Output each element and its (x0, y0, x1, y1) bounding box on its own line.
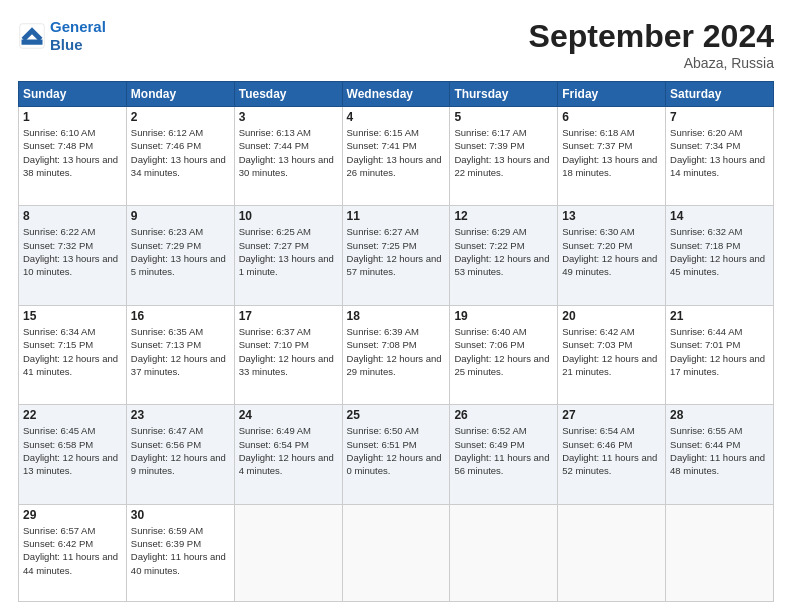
cell-text: Sunrise: 6:55 AMSunset: 6:44 PMDaylight:… (670, 424, 769, 477)
calendar-cell: 6Sunrise: 6:18 AMSunset: 7:37 PMDaylight… (558, 107, 666, 206)
day-number: 26 (454, 408, 553, 422)
calendar-cell (342, 504, 450, 601)
calendar-cell: 25Sunrise: 6:50 AMSunset: 6:51 PMDayligh… (342, 405, 450, 504)
calendar-cell: 24Sunrise: 6:49 AMSunset: 6:54 PMDayligh… (234, 405, 342, 504)
cell-text: Sunrise: 6:34 AMSunset: 7:15 PMDaylight:… (23, 325, 122, 378)
cell-text: Sunrise: 6:39 AMSunset: 7:08 PMDaylight:… (347, 325, 446, 378)
day-number: 22 (23, 408, 122, 422)
calendar-cell: 10Sunrise: 6:25 AMSunset: 7:27 PMDayligh… (234, 206, 342, 305)
calendar-cell: 13Sunrise: 6:30 AMSunset: 7:20 PMDayligh… (558, 206, 666, 305)
day-number: 17 (239, 309, 338, 323)
calendar-cell (558, 504, 666, 601)
day-number: 5 (454, 110, 553, 124)
calendar-cell (666, 504, 774, 601)
calendar-cell: 5Sunrise: 6:17 AMSunset: 7:39 PMDaylight… (450, 107, 558, 206)
calendar-cell: 26Sunrise: 6:52 AMSunset: 6:49 PMDayligh… (450, 405, 558, 504)
calendar-cell: 19Sunrise: 6:40 AMSunset: 7:06 PMDayligh… (450, 305, 558, 404)
day-number: 14 (670, 209, 769, 223)
calendar-cell: 15Sunrise: 6:34 AMSunset: 7:15 PMDayligh… (19, 305, 127, 404)
day-number: 12 (454, 209, 553, 223)
day-number: 9 (131, 209, 230, 223)
calendar-cell: 23Sunrise: 6:47 AMSunset: 6:56 PMDayligh… (126, 405, 234, 504)
cell-text: Sunrise: 6:57 AMSunset: 6:42 PMDaylight:… (23, 524, 122, 577)
cell-text: Sunrise: 6:18 AMSunset: 7:37 PMDaylight:… (562, 126, 661, 179)
month-title: September 2024 (529, 18, 774, 55)
calendar-cell: 8Sunrise: 6:22 AMSunset: 7:32 PMDaylight… (19, 206, 127, 305)
cell-text: Sunrise: 6:32 AMSunset: 7:18 PMDaylight:… (670, 225, 769, 278)
calendar-cell: 12Sunrise: 6:29 AMSunset: 7:22 PMDayligh… (450, 206, 558, 305)
calendar-cell: 28Sunrise: 6:55 AMSunset: 6:44 PMDayligh… (666, 405, 774, 504)
cell-text: Sunrise: 6:17 AMSunset: 7:39 PMDaylight:… (454, 126, 553, 179)
calendar-cell (234, 504, 342, 601)
day-number: 7 (670, 110, 769, 124)
calendar-cell: 3Sunrise: 6:13 AMSunset: 7:44 PMDaylight… (234, 107, 342, 206)
cell-text: Sunrise: 6:29 AMSunset: 7:22 PMDaylight:… (454, 225, 553, 278)
cell-text: Sunrise: 6:47 AMSunset: 6:56 PMDaylight:… (131, 424, 230, 477)
day-number: 15 (23, 309, 122, 323)
cell-text: Sunrise: 6:59 AMSunset: 6:39 PMDaylight:… (131, 524, 230, 577)
day-number: 8 (23, 209, 122, 223)
cell-text: Sunrise: 6:54 AMSunset: 6:46 PMDaylight:… (562, 424, 661, 477)
cell-text: Sunrise: 6:49 AMSunset: 6:54 PMDaylight:… (239, 424, 338, 477)
cell-text: Sunrise: 6:45 AMSunset: 6:58 PMDaylight:… (23, 424, 122, 477)
calendar-cell: 18Sunrise: 6:39 AMSunset: 7:08 PMDayligh… (342, 305, 450, 404)
cell-text: Sunrise: 6:10 AMSunset: 7:48 PMDaylight:… (23, 126, 122, 179)
cell-text: Sunrise: 6:52 AMSunset: 6:49 PMDaylight:… (454, 424, 553, 477)
calendar-cell: 29Sunrise: 6:57 AMSunset: 6:42 PMDayligh… (19, 504, 127, 601)
day-number: 3 (239, 110, 338, 124)
cell-text: Sunrise: 6:44 AMSunset: 7:01 PMDaylight:… (670, 325, 769, 378)
day-number: 27 (562, 408, 661, 422)
page: General Blue September 2024 Abaza, Russi… (0, 0, 792, 612)
day-number: 11 (347, 209, 446, 223)
day-number: 28 (670, 408, 769, 422)
day-number: 4 (347, 110, 446, 124)
day-number: 13 (562, 209, 661, 223)
cell-text: Sunrise: 6:35 AMSunset: 7:13 PMDaylight:… (131, 325, 230, 378)
day-number: 20 (562, 309, 661, 323)
cell-text: Sunrise: 6:20 AMSunset: 7:34 PMDaylight:… (670, 126, 769, 179)
day-number: 1 (23, 110, 122, 124)
cell-text: Sunrise: 6:50 AMSunset: 6:51 PMDaylight:… (347, 424, 446, 477)
day-number: 21 (670, 309, 769, 323)
calendar-cell: 11Sunrise: 6:27 AMSunset: 7:25 PMDayligh… (342, 206, 450, 305)
day-number: 24 (239, 408, 338, 422)
day-number: 6 (562, 110, 661, 124)
cell-text: Sunrise: 6:13 AMSunset: 7:44 PMDaylight:… (239, 126, 338, 179)
calendar-cell: 17Sunrise: 6:37 AMSunset: 7:10 PMDayligh… (234, 305, 342, 404)
header: General Blue September 2024 Abaza, Russi… (18, 18, 774, 71)
calendar-cell: 9Sunrise: 6:23 AMSunset: 7:29 PMDaylight… (126, 206, 234, 305)
calendar-table: SundayMondayTuesdayWednesdayThursdayFrid… (18, 81, 774, 602)
calendar-cell: 22Sunrise: 6:45 AMSunset: 6:58 PMDayligh… (19, 405, 127, 504)
location: Abaza, Russia (529, 55, 774, 71)
calendar-header-row: SundayMondayTuesdayWednesdayThursdayFrid… (19, 82, 774, 107)
calendar-cell (450, 504, 558, 601)
calendar-cell: 14Sunrise: 6:32 AMSunset: 7:18 PMDayligh… (666, 206, 774, 305)
day-number: 18 (347, 309, 446, 323)
day-number: 10 (239, 209, 338, 223)
cell-text: Sunrise: 6:42 AMSunset: 7:03 PMDaylight:… (562, 325, 661, 378)
title-block: September 2024 Abaza, Russia (529, 18, 774, 71)
calendar-cell: 20Sunrise: 6:42 AMSunset: 7:03 PMDayligh… (558, 305, 666, 404)
day-number: 2 (131, 110, 230, 124)
cell-text: Sunrise: 6:27 AMSunset: 7:25 PMDaylight:… (347, 225, 446, 278)
cell-text: Sunrise: 6:23 AMSunset: 7:29 PMDaylight:… (131, 225, 230, 278)
calendar-cell: 4Sunrise: 6:15 AMSunset: 7:41 PMDaylight… (342, 107, 450, 206)
calendar-cell: 1Sunrise: 6:10 AMSunset: 7:48 PMDaylight… (19, 107, 127, 206)
calendar-day-header: Monday (126, 82, 234, 107)
calendar-cell: 16Sunrise: 6:35 AMSunset: 7:13 PMDayligh… (126, 305, 234, 404)
cell-text: Sunrise: 6:22 AMSunset: 7:32 PMDaylight:… (23, 225, 122, 278)
cell-text: Sunrise: 6:25 AMSunset: 7:27 PMDaylight:… (239, 225, 338, 278)
cell-text: Sunrise: 6:37 AMSunset: 7:10 PMDaylight:… (239, 325, 338, 378)
day-number: 23 (131, 408, 230, 422)
calendar-day-header: Saturday (666, 82, 774, 107)
calendar-cell: 2Sunrise: 6:12 AMSunset: 7:46 PMDaylight… (126, 107, 234, 206)
day-number: 30 (131, 508, 230, 522)
logo-text: General Blue (50, 18, 106, 54)
calendar-day-header: Friday (558, 82, 666, 107)
calendar-day-header: Wednesday (342, 82, 450, 107)
cell-text: Sunrise: 6:40 AMSunset: 7:06 PMDaylight:… (454, 325, 553, 378)
day-number: 29 (23, 508, 122, 522)
logo-icon (18, 22, 46, 50)
calendar-day-header: Thursday (450, 82, 558, 107)
calendar-day-header: Tuesday (234, 82, 342, 107)
